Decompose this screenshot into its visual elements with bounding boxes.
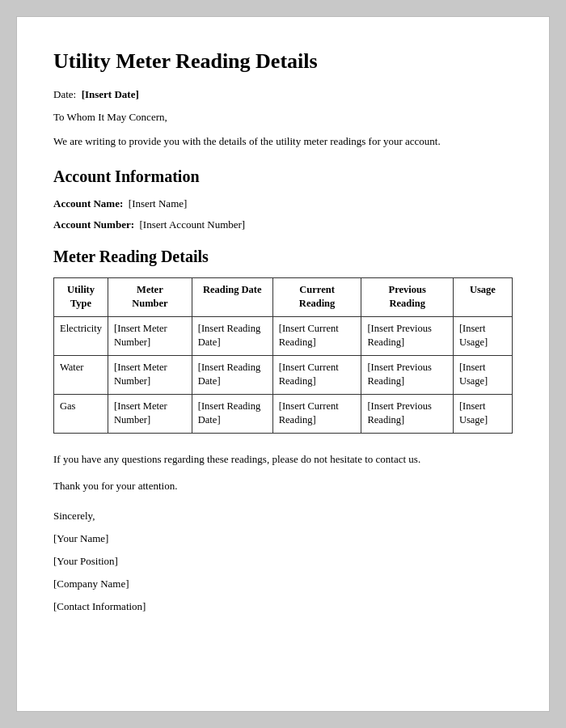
table-cell-0-0: Electricity xyxy=(54,316,108,355)
table-cell-1-0: Water xyxy=(54,355,108,394)
date-value: [Insert Date] xyxy=(82,88,139,100)
signature-block: Sincerely, [Your Name] [Your Position] [… xyxy=(53,506,513,617)
table-cell-2-0: Gas xyxy=(54,394,108,433)
table-cell-1-1: [Insert Meter Number] xyxy=(108,355,192,394)
thank-you-text: Thank you for your attention. xyxy=(53,478,513,494)
company-name-line: [Company Name] xyxy=(53,574,513,595)
date-line: Date: [Insert Date] xyxy=(53,88,513,101)
date-label: Date: xyxy=(53,88,76,100)
your-name-line: [Your Name] xyxy=(53,528,513,549)
table-cell-2-1: [Insert Meter Number] xyxy=(108,394,192,433)
table-cell-1-2: [Insert Reading Date] xyxy=(192,355,272,394)
contact-info-line: [Contact Information] xyxy=(53,596,513,617)
table-cell-2-4: [Insert Previous Reading] xyxy=(361,394,453,433)
footer-note: If you have any questions regarding thes… xyxy=(53,451,513,468)
account-number-label: Account Number: xyxy=(53,218,134,231)
account-number-value: [Insert Account Number] xyxy=(140,218,246,231)
table-cell-0-1: [Insert Meter Number] xyxy=(108,316,192,355)
account-number-field: Account Number: [Insert Account Number] xyxy=(53,218,513,231)
table-cell-1-4: [Insert Previous Reading] xyxy=(361,355,453,394)
table-cell-2-5: [Insert Usage] xyxy=(453,394,512,433)
col-meter-number: MeterNumber xyxy=(108,277,192,316)
meter-reading-table: UtilityType MeterNumber Reading Date Cur… xyxy=(53,277,513,434)
table-cell-1-5: [Insert Usage] xyxy=(453,355,512,394)
intro-text: We are writing to provide you with the d… xyxy=(53,133,513,150)
table-row: Electricity[Insert Meter Number][Insert … xyxy=(54,316,513,355)
account-section-title: Account Information xyxy=(53,167,513,186)
col-usage: Usage xyxy=(453,277,512,316)
table-header-row: UtilityType MeterNumber Reading Date Cur… xyxy=(54,277,513,316)
col-reading-date: Reading Date xyxy=(192,277,272,316)
document-page: Utility Meter Reading Details Date: [Ins… xyxy=(16,16,550,712)
table-cell-2-3: [Insert Current Reading] xyxy=(272,394,361,433)
sincerely-line: Sincerely, xyxy=(53,506,513,527)
table-row: Gas[Insert Meter Number][Insert Reading … xyxy=(54,394,513,433)
col-utility-type: UtilityType xyxy=(54,277,108,316)
main-title: Utility Meter Reading Details xyxy=(53,49,513,74)
table-cell-0-5: [Insert Usage] xyxy=(453,316,512,355)
table-cell-0-3: [Insert Current Reading] xyxy=(272,316,361,355)
account-name-field: Account Name: [Insert Name] xyxy=(53,197,513,210)
col-previous-reading: PreviousReading xyxy=(361,277,453,316)
table-cell-2-2: [Insert Reading Date] xyxy=(192,394,272,433)
table-cell-0-2: [Insert Reading Date] xyxy=(192,316,272,355)
table-cell-0-4: [Insert Previous Reading] xyxy=(361,316,453,355)
account-name-label: Account Name: xyxy=(53,197,123,210)
meter-section-title: Meter Reading Details xyxy=(53,248,513,266)
table-cell-1-3: [Insert Current Reading] xyxy=(272,355,361,394)
salutation: To Whom It May Concern, xyxy=(53,111,513,124)
account-name-value: [Insert Name] xyxy=(129,197,188,210)
table-row: Water[Insert Meter Number][Insert Readin… xyxy=(54,355,513,394)
col-current-reading: CurrentReading xyxy=(272,277,361,316)
your-position-line: [Your Position] xyxy=(53,551,513,572)
